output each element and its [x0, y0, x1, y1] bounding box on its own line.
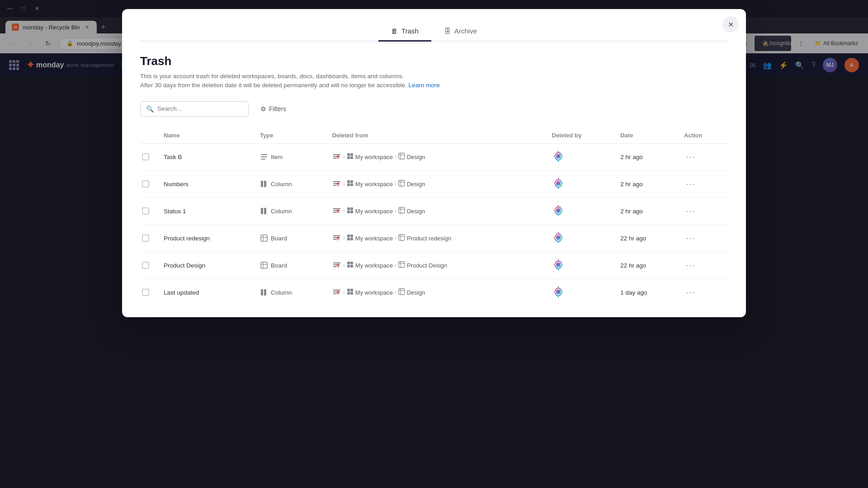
- trash-table: Name Type Deleted from Deleted by Date A…: [140, 127, 728, 299]
- row-type-2: Column: [255, 197, 327, 225]
- type-label-4: Board: [271, 262, 287, 269]
- svg-rect-28: [350, 183, 353, 186]
- svg-rect-83: [261, 289, 263, 296]
- board-name-0: Design: [407, 154, 425, 160]
- row-action-4[interactable]: ···: [679, 252, 728, 279]
- row-type-4: Board: [255, 252, 327, 279]
- action-menu-button-5[interactable]: ···: [684, 286, 698, 299]
- row-checkbox-5[interactable]: [142, 289, 149, 296]
- toolbar: 🔍 ⚙ Filters: [140, 101, 728, 117]
- action-menu-button-3[interactable]: ···: [684, 231, 698, 245]
- row-action-3[interactable]: ···: [679, 225, 728, 252]
- table-scroll-area[interactable]: Name Type Deleted from Deleted by Date A…: [140, 127, 728, 299]
- row-deleted-by-3: [547, 225, 615, 252]
- svg-rect-26: [350, 180, 353, 183]
- modal-tabs: 🗑 Trash 🗄 Archive: [140, 22, 728, 42]
- workspace-icon-3: [347, 234, 354, 242]
- row-date-1: 2 hr ago: [615, 170, 679, 197]
- workspace-name-2: My workspace: [355, 208, 393, 215]
- row-checkbox-4[interactable]: [142, 262, 149, 269]
- svg-rect-58: [347, 235, 350, 237]
- board-name-1: Design: [407, 181, 425, 188]
- table-header: Name Type Deleted from Deleted by Date A…: [140, 127, 728, 144]
- search-input[interactable]: [157, 105, 243, 112]
- workspace-icon-0: [347, 153, 354, 161]
- row-deleted-from-1: › My workspace › Design: [327, 170, 547, 197]
- svg-rect-60: [347, 238, 350, 240]
- workspace-icon-1: [347, 180, 354, 188]
- type-label-3: Board: [271, 235, 287, 242]
- row-type-5: Column: [255, 279, 327, 299]
- board-name-3: Product redesign: [407, 235, 451, 242]
- svg-rect-25: [347, 180, 350, 183]
- action-menu-button-4[interactable]: ···: [684, 258, 698, 272]
- svg-rect-13: [399, 153, 405, 159]
- row-name-4: Product Design: [158, 252, 255, 279]
- row-type-0: Item: [255, 143, 327, 170]
- svg-rect-78: [350, 265, 353, 267]
- table-row: Last updated Column › My workspace: [140, 279, 728, 299]
- learn-more-link[interactable]: Learn more: [409, 82, 440, 89]
- board-name-4: Product Design: [407, 262, 447, 269]
- row-deleted-by-0: [547, 143, 615, 170]
- row-checkbox-cell-5[interactable]: [140, 279, 158, 299]
- row-date-5: 1 day ago: [615, 279, 679, 299]
- svg-rect-61: [350, 238, 353, 240]
- svg-rect-12: [350, 156, 353, 159]
- path-sep1-1: ›: [343, 181, 345, 187]
- row-checkbox-0[interactable]: [142, 153, 149, 160]
- action-menu-button-2[interactable]: ···: [684, 204, 698, 218]
- description-line2: After 30 days from the deletion date it …: [140, 82, 407, 89]
- page-title: Trash: [140, 54, 728, 68]
- svg-point-48: [556, 208, 561, 213]
- board-name-2: Design: [407, 208, 425, 215]
- row-deleted-by-4: [547, 252, 615, 279]
- type-label-5: Column: [271, 289, 292, 296]
- action-menu-button-0[interactable]: ···: [684, 150, 698, 164]
- modal-close-button[interactable]: ✕: [722, 16, 739, 33]
- header-deleted-by: Deleted by: [547, 127, 615, 144]
- path-sep2-2: ›: [395, 208, 396, 214]
- path-sep1-4: ›: [343, 262, 345, 268]
- page-description: This is your account trash for deleted w…: [140, 72, 728, 90]
- row-checkbox-2[interactable]: [142, 207, 149, 215]
- filters-button[interactable]: ⚙ Filters: [254, 102, 292, 116]
- row-name-0: Task B: [158, 143, 255, 170]
- type-icon-0: [260, 153, 268, 161]
- tab-archive[interactable]: 🗄 Archive: [431, 22, 490, 42]
- svg-point-32: [556, 181, 561, 186]
- row-type-3: Board: [255, 225, 327, 252]
- action-menu-button-1[interactable]: ···: [684, 177, 698, 191]
- row-date-3: 22 hr ago: [615, 225, 679, 252]
- row-action-2[interactable]: ···: [679, 197, 728, 225]
- row-action-0[interactable]: ···: [679, 143, 728, 170]
- table-body: Task B Item › My workspace: [140, 143, 728, 299]
- row-checkbox-cell-1[interactable]: [140, 170, 158, 197]
- row-checkbox-3[interactable]: [142, 235, 149, 242]
- header-action: Action: [679, 127, 728, 144]
- tab-trash[interactable]: 🗑 Trash: [378, 22, 431, 42]
- svg-rect-49: [261, 235, 267, 241]
- row-checkbox-cell-4[interactable]: [140, 252, 158, 279]
- row-checkbox-cell-2[interactable]: [140, 197, 158, 225]
- row-checkbox-1[interactable]: [142, 180, 149, 188]
- svg-rect-59: [350, 235, 353, 237]
- row-action-5[interactable]: ···: [679, 279, 728, 299]
- svg-point-82: [556, 263, 561, 267]
- board-icon-2: [398, 207, 405, 215]
- svg-rect-93: [347, 292, 350, 295]
- row-action-1[interactable]: ···: [679, 170, 728, 197]
- workspace-name-0: My workspace: [355, 154, 393, 160]
- deleted-icon-3: [332, 234, 341, 243]
- row-checkbox-cell-3[interactable]: [140, 225, 158, 252]
- search-box[interactable]: 🔍: [140, 101, 249, 117]
- close-icon: ✕: [728, 20, 734, 29]
- path-sep2-0: ›: [395, 154, 396, 160]
- trash-tab-label: Trash: [401, 27, 419, 35]
- svg-rect-75: [347, 262, 350, 264]
- row-checkbox-cell-0[interactable]: [140, 143, 158, 170]
- svg-rect-41: [347, 207, 350, 210]
- row-deleted-by-5: [547, 279, 615, 299]
- row-deleted-by-1: [547, 170, 615, 197]
- row-date-2: 2 hr ago: [615, 197, 679, 225]
